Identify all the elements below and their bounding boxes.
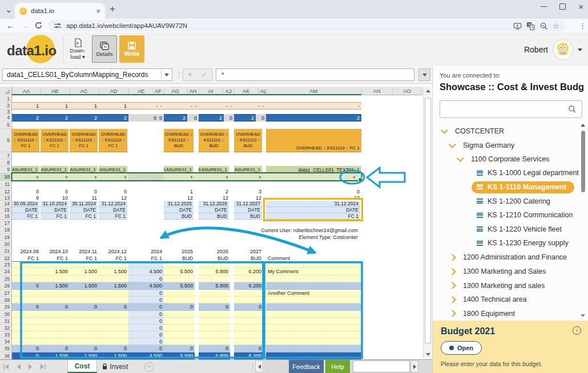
grid-cell[interactable]: + [12,173,41,181]
hscroll-left-icon[interactable] [255,360,263,372]
grid-cell[interactable]: OVERHEAD :: KS11110 :: FC 1 [70,129,98,152]
grid-cell[interactable]: - - [234,102,266,110]
grid-cell[interactable] [41,297,70,303]
grid-cell[interactable]: 0 [187,114,199,121]
chevron-right-icon[interactable] [449,268,456,275]
grid-cell[interactable]: 0 0 [128,114,164,121]
grid-cell[interactable]: 0 [164,345,195,352]
grid-cell[interactable] [234,325,263,331]
grid-cell[interactable] [266,331,361,338]
grid-cell[interactable]: 1 [70,102,99,110]
grid-cell[interactable] [99,311,128,318]
grid-cell[interactable] [12,331,41,338]
grid-cell[interactable] [266,303,361,311]
vertical-scrollbar[interactable] [423,87,432,358]
grid-cell[interactable]: 5.800 [199,352,230,359]
grid-cell[interactable]: 30.09.2024 [12,201,39,207]
grid-cell[interactable]: MEASURE01_1 [70,166,98,173]
grid-cell[interactable] [70,331,99,338]
grid-cell[interactable] [266,345,361,352]
grid-cell[interactable]: BUD [234,213,262,220]
grid-cell[interactable]: 1.500 [70,352,99,359]
grid-cell[interactable] [12,262,41,268]
grid-cell[interactable] [234,297,263,303]
grid-cell[interactable] [99,318,128,325]
grid-cell[interactable] [70,338,99,345]
grid-cell[interactable]: MEASURE01_1 [164,166,194,173]
grid-cell[interactable]: 4.500 [128,352,164,359]
search-input[interactable] [440,105,568,114]
site-settings-icon[interactable] [54,22,62,30]
grid-cell[interactable]: DATE [70,207,98,213]
chevron-down-icon[interactable] [457,155,464,162]
grid-cell[interactable]: 2 [70,114,99,121]
cancel-entry-icon[interactable]: × [188,71,192,79]
grid-cell[interactable] [164,338,195,345]
grid-cell[interactable] [199,311,230,318]
grid-cell[interactable] [164,297,195,303]
grid-cell[interactable] [266,282,361,290]
reload-icon[interactable] [34,21,43,30]
grid-cell[interactable] [199,275,230,282]
scroll-up-icon[interactable] [424,87,432,95]
grid-cell[interactable]: + [41,173,70,181]
grid-cell[interactable]: 2 [199,114,224,121]
grid-cell[interactable]: 1 [99,102,128,110]
grid-cell[interactable]: 6.200 [234,282,263,290]
name-box-dropdown-icon[interactable] [162,74,172,76]
grid-cell[interactable]: 30.11.2024 [70,201,98,207]
grid-cell[interactable]: 0 [12,188,41,195]
tree-item[interactable]: 1800 Equipment [433,307,515,320]
grid-cell[interactable] [99,331,128,338]
grid-cell[interactable]: - - [199,102,234,110]
grid-cell[interactable]: Element Type: Costcenter [299,234,360,241]
grid-cell[interactable] [266,262,361,268]
grid-cell[interactable]: 0 [128,297,164,303]
bookmark-star-icon[interactable]: ☆ [553,22,559,30]
grid-cell[interactable]: - [266,102,361,110]
add-sheet-icon[interactable]: + [144,362,154,372]
grid-cell[interactable]: 1.500 [99,282,128,290]
window-minimize-icon[interactable] [541,6,547,7]
grid-cell[interactable]: 0 [12,352,41,359]
grid-cell[interactable]: 12 [234,195,263,201]
zoom-icon[interactable] [539,22,548,30]
grid-cell[interactable] [12,290,41,297]
previous-sheet-icon[interactable] [17,364,21,370]
grid-cell[interactable]: + [266,173,361,181]
grid-cell[interactable]: My Comment [266,268,361,275]
grid-cell[interactable]: - - [164,102,199,110]
grid-cell[interactable] [164,290,195,297]
grid-cell[interactable]: BUD [199,213,229,220]
grid-cell[interactable] [164,325,195,331]
grid-cell[interactable]: 0 [128,318,164,325]
tree-item[interactable]: KS 1-1210 Communication [433,209,581,222]
grid-cell[interactable]: 9 [12,195,41,201]
grid-cell[interactable]: 0 [12,282,41,290]
chevron-down-icon[interactable] [441,127,448,134]
column-header-AO[interactable]: AO [403,87,411,95]
scroll-down-icon[interactable] [424,350,432,358]
grid-cell[interactable]: 0 [199,303,230,311]
horizontal-scroll-thumb[interactable] [353,360,410,372]
grid-cell[interactable] [12,338,41,345]
grid-cell[interactable]: 0 [234,345,263,352]
grid-cell[interactable]: 2025 [164,248,195,255]
download-button[interactable]: x Down- load ▾ [66,35,90,63]
grid-cell[interactable]: 0 [70,303,99,311]
grid-cell[interactable]: 0 [199,345,230,352]
grid-cell[interactable]: 0 [41,345,70,352]
grid-cell[interactable]: 10 [41,195,70,201]
grid-cell[interactable]: 2 [99,114,128,121]
grid-cell[interactable]: 0 [256,114,266,121]
grid-cell[interactable] [266,338,361,345]
hscroll-right-icon[interactable] [410,360,418,372]
tree-item[interactable]: COSTCENTER [433,125,504,137]
grid-cell[interactable] [234,331,263,338]
grid-cell[interactable]: 2 [199,188,230,195]
grid-cell[interactable]: 5.500 [164,268,195,275]
grid-cell[interactable]: 0 [224,114,234,121]
grid-cell[interactable] [99,262,128,268]
grid-cell[interactable]: MEASURE01_1 [234,166,262,173]
grid-cell[interactable] [70,311,99,318]
